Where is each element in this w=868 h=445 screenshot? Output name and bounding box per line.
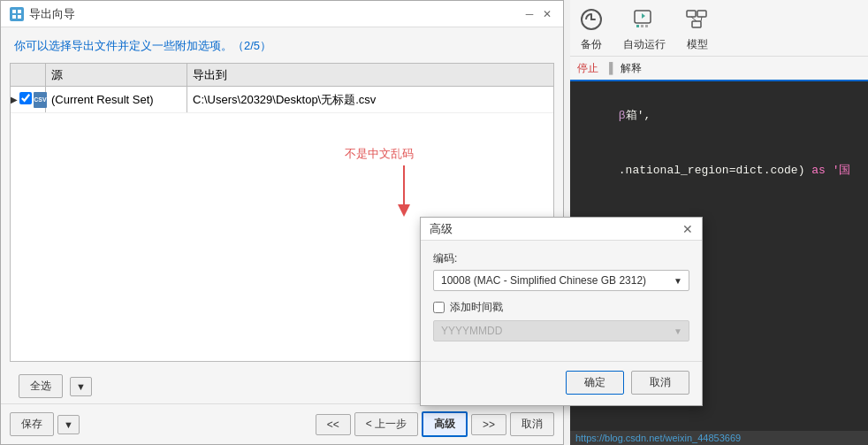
row-type-icon: CSV [34,92,46,108]
select-all-dropdown[interactable]: ▼ [70,377,92,396]
wizard-nav: 保存 ▼ << < 上一步 高级 >> 取消 [1,403,563,444]
col-source-header: 源 [46,64,187,86]
row-source-cell: (Current Result Set) [46,87,187,112]
row-dest-path: C:\Users\20329\Desktop\无标题.csv [193,92,376,108]
dialog-title: 高级 [430,221,453,237]
row-toggle-cell: ▶ CSV [11,87,46,112]
model-icon [683,5,712,34]
table-header: 源 导出到 [11,64,553,87]
dialog-titlebar: 高级 ✕ [421,218,702,241]
toolbar-model[interactable]: 模型 [683,5,712,52]
svg-rect-1 [18,10,21,13]
col-dest-header: 导出到 [187,64,553,86]
encoding-label: 编码: [433,251,689,266]
col-toggle-header [11,64,46,86]
backup-icon [577,5,605,34]
nav-right: << < 上一步 高级 >> 取消 [316,411,554,437]
row-expand-arrow[interactable]: ▶ [10,95,18,104]
table-row: ▶ CSV (Current Result Set) C:\Users\2032… [11,87,553,113]
prev-button[interactable]: < 上一步 [354,412,418,436]
titlebar-left: 导出向导 [10,6,75,22]
code-line-2: .national_region=dict.code) as '国 [577,143,861,198]
row-dest-cell: C:\Users\20329\Desktop\无标题.csv [187,87,553,112]
toolbar-backup[interactable]: 备份 [577,5,605,52]
select-all-button[interactable]: 全选 [19,374,63,398]
wizard-subtitle: 你可以选择导出文件并定义一些附加选项。（2/5） [1,27,563,63]
explain-button[interactable]: 解释 [621,61,642,76]
close-button[interactable]: ✕ [540,7,554,21]
code-string-2: '国 [826,164,851,177]
code-line-1: β箱', [577,88,861,143]
subbar-separator: ▐ [605,62,613,74]
code-bracket-1: β [619,109,626,122]
svg-rect-9 [687,11,696,17]
auto-run-label: 自动运行 [623,37,666,52]
right-toolbar: 备份 自动运行 [570,0,868,57]
timestamp-format-select[interactable]: YYYYMMDD [433,320,689,341]
svg-rect-0 [12,10,16,13]
next-next-button[interactable]: >> [471,414,506,435]
svg-rect-8 [645,25,648,27]
save-dropdown[interactable]: ▼ [57,415,80,434]
svg-rect-6 [636,25,639,27]
dialog-close-button[interactable]: ✕ [682,223,693,235]
svg-rect-7 [641,25,643,27]
timestamp-label: 添加时间戳 [450,300,503,315]
url-bar: https://blog.csdn.net/weixin_44853669 [570,431,868,445]
timestamp-format-wrapper: YYYYMMDD ▼ [433,320,689,341]
backup-label: 备份 [581,37,602,52]
wizard-icon [10,7,24,21]
advanced-dialog: 高级 ✕ 编码: 10008 (MAC - Simplified Chinese… [420,217,703,406]
timestamp-checkbox[interactable] [433,302,445,313]
cancel-button[interactable]: 取消 [510,412,554,436]
row-checkbox-cell[interactable] [19,92,32,107]
encoding-select-wrapper: 10008 (MAC - Simplified Chinese GB 2312)… [433,270,689,291]
code-text-1: 箱', [626,109,651,122]
titlebar-controls: ─ ✕ [522,7,554,21]
wizard-title: 导出向导 [29,6,75,22]
encoding-select[interactable]: 10008 (MAC - Simplified Chinese GB 2312) [433,270,689,291]
prev-prev-button[interactable]: << [316,414,351,435]
save-button[interactable]: 保存 [10,412,54,436]
right-subbar: 停止 ▐ 解释 [570,57,868,81]
row-source-name: (Current Result Set) [51,93,154,106]
model-label: 模型 [687,37,708,52]
row-checkbox[interactable] [19,92,32,104]
svg-rect-2 [12,15,16,19]
timestamp-checkbox-row: 添加时间戳 [433,300,689,315]
stop-button[interactable]: 停止 [577,61,598,76]
svg-rect-11 [692,21,701,27]
code-as-keyword: as [811,164,826,177]
minimize-button[interactable]: ─ [522,7,537,21]
auto-run-icon [630,5,659,34]
advanced-bottom-button[interactable]: 高级 [422,411,468,437]
code-text-2: .national_region=dict.code) [619,164,811,177]
toolbar-auto-run[interactable]: 自动运行 [623,5,666,52]
nav-left: 保存 ▼ [10,412,80,436]
dialog-ok-button[interactable]: 确定 [566,371,624,395]
dialog-footer: 确定 取消 [421,361,702,405]
svg-rect-10 [697,11,706,17]
dialog-body: 编码: 10008 (MAC - Simplified Chinese GB 2… [421,241,702,361]
dialog-cancel-button[interactable]: 取消 [631,371,689,395]
svg-rect-3 [18,15,21,19]
wizard-titlebar: 导出向导 ─ ✕ [1,1,563,27]
